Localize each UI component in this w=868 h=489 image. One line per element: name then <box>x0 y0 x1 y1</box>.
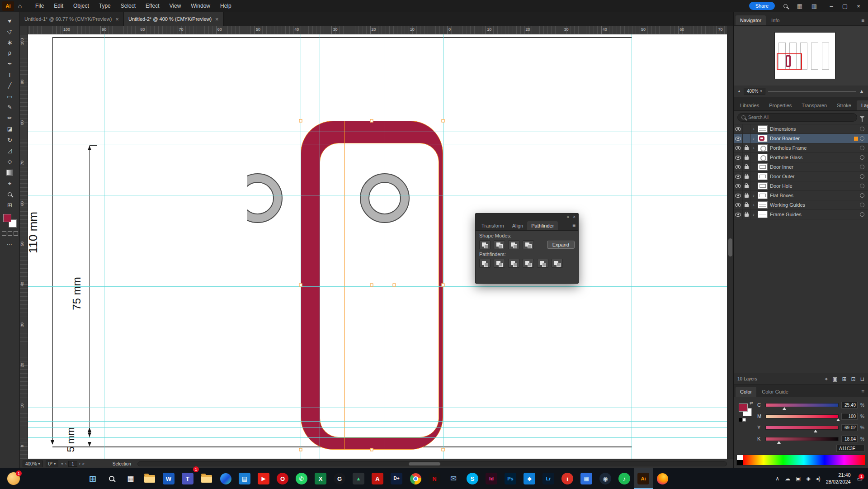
file-explorer-icon[interactable] <box>140 468 159 489</box>
outline-button[interactable] <box>537 259 548 268</box>
new-layer-icon[interactable]: ⊡ <box>851 376 856 382</box>
menu-help[interactable]: Help <box>216 1 236 11</box>
target-circle-icon[interactable] <box>860 193 864 198</box>
panel-menu-icon[interactable]: ≡ <box>861 17 866 25</box>
illustrator-icon[interactable]: Ai <box>634 468 653 489</box>
color-fill-stroke[interactable]: ⇄ <box>737 401 757 424</box>
spotify-icon[interactable]: ♪ <box>615 468 634 489</box>
navigator-zoom-slider[interactable] <box>768 91 857 92</box>
pencil-tool[interactable]: ✏ <box>2 113 18 123</box>
android-icon[interactable]: ▲ <box>349 468 368 489</box>
selection-handle[interactable] <box>299 448 302 451</box>
target-circle-icon[interactable] <box>860 136 864 141</box>
layer-name[interactable]: Door Outer <box>770 174 860 179</box>
divide-button[interactable] <box>479 259 491 268</box>
unite-button[interactable] <box>479 240 491 249</box>
fill-swatch[interactable] <box>739 404 748 412</box>
guide-horizontal[interactable] <box>28 437 727 438</box>
crop-button[interactable] <box>523 259 534 268</box>
vscode-icon[interactable]: ◆ <box>520 468 539 489</box>
indesign-icon[interactable]: Id <box>482 468 501 489</box>
expand-arrow-icon[interactable]: › <box>750 136 757 141</box>
search-icon[interactable] <box>781 3 789 9</box>
next-artboard-button[interactable]: › <box>79 461 80 466</box>
lock-toggle[interactable] <box>743 200 750 209</box>
paintbrush-tool[interactable]: ✎ <box>2 102 18 113</box>
lightroom-icon[interactable]: Lr <box>539 468 558 489</box>
tab-libraries[interactable]: Libraries <box>736 100 764 110</box>
visibility-toggle[interactable] <box>734 134 743 143</box>
channel-value-m[interactable]: 100 <box>841 413 858 420</box>
panel-menu-icon[interactable]: ≡ <box>572 222 576 228</box>
layer-name[interactable]: Working Guides <box>770 202 860 208</box>
target-circle-icon[interactable] <box>860 155 864 160</box>
layer-row-flat-boxes[interactable]: ›Flat Boxes <box>734 191 868 200</box>
opera-icon[interactable]: O <box>273 468 292 489</box>
target-circle-icon[interactable] <box>860 146 864 150</box>
visibility-toggle[interactable] <box>734 124 743 133</box>
gradient-tool[interactable] <box>2 167 18 178</box>
pen-tool[interactable]: ✒ <box>2 58 18 69</box>
tab-stroke[interactable]: Stroke <box>832 100 856 110</box>
navigator-zoom-field[interactable]: 400%▾ <box>744 88 765 95</box>
selection-tool[interactable]: ► <box>2 15 18 26</box>
menu-view[interactable]: View <box>165 1 185 11</box>
selection-handle[interactable] <box>393 284 396 287</box>
selection-handle[interactable] <box>299 284 302 287</box>
channel-value-k[interactable]: 18.04 <box>841 436 858 442</box>
visibility-toggle[interactable] <box>734 191 743 200</box>
vertical-scroll-thumb[interactable] <box>728 238 732 256</box>
gradient-mode-button[interactable] <box>8 231 12 236</box>
panel-menu-icon[interactable]: ≡ <box>861 389 866 397</box>
none-mode-button[interactable] <box>14 231 18 236</box>
rotation-field[interactable]: 0°▾ <box>46 461 59 467</box>
ruler-vertical[interactable]: 1009080706050403020100 <box>20 34 28 459</box>
target-circle-icon[interactable] <box>860 203 864 207</box>
guide-vertical[interactable] <box>320 34 320 459</box>
canvas[interactable]: 110 mm 75 mm 5 mm « × TransformAlignPath… <box>28 34 727 459</box>
arrange-documents-icon[interactable]: ▦ <box>796 3 804 9</box>
default-colors-icon[interactable] <box>739 418 746 422</box>
collapse-panel-icon[interactable]: « <box>567 214 570 219</box>
tab-properties[interactable]: Properties <box>764 100 796 110</box>
selection-handle[interactable] <box>370 284 373 287</box>
scale-tool[interactable]: ◿ <box>2 145 18 156</box>
expand-arrow-icon[interactable]: › <box>750 146 757 151</box>
selection-handle[interactable] <box>370 448 373 451</box>
firefox-icon[interactable] <box>653 468 672 489</box>
layer-name[interactable]: Door Boarder <box>770 136 854 141</box>
close-button[interactable]: × <box>852 0 865 12</box>
tab-transparen[interactable]: Transparen <box>797 100 831 110</box>
pathfinder-tab-transform[interactable]: Transform <box>477 221 508 230</box>
tab-layers[interactable]: Layers <box>857 100 868 110</box>
slider-thumb-icon[interactable] <box>814 430 817 432</box>
lock-toggle[interactable] <box>743 153 750 162</box>
guide-horizontal[interactable] <box>28 195 727 195</box>
layer-row-dimensions[interactable]: ›Dimensions <box>734 124 868 134</box>
menu-file[interactable]: File <box>31 1 48 11</box>
share-button[interactable]: Share <box>749 2 775 10</box>
artboard-tool[interactable]: ⊞ <box>2 199 18 210</box>
menu-effect[interactable]: Effect <box>142 1 163 11</box>
task-view-button[interactable]: ▦ <box>121 468 140 489</box>
selection-handle[interactable] <box>370 119 373 123</box>
slider-thumb-icon[interactable] <box>836 418 840 421</box>
slider-thumb-icon[interactable] <box>783 407 786 410</box>
menu-select[interactable]: Select <box>117 1 140 11</box>
guide-horizontal[interactable] <box>28 408 727 408</box>
guide-horizontal[interactable] <box>28 421 727 422</box>
github-icon[interactable]: G <box>330 468 349 489</box>
swap-fill-stroke-icon[interactable]: ⇄ <box>750 401 753 405</box>
eraser-tool[interactable]: ◪ <box>2 123 18 134</box>
visibility-toggle[interactable] <box>734 162 743 171</box>
merge-button[interactable] <box>508 259 519 268</box>
horizontal-scrollbar[interactable] <box>137 461 727 466</box>
channel-value-y[interactable]: 69.02 <box>841 424 858 431</box>
first-artboard-button[interactable]: « <box>61 461 63 466</box>
layer-name[interactable]: Frame Guides <box>770 212 860 217</box>
teams-icon[interactable]: T1 <box>178 468 197 489</box>
acrobat-icon[interactable]: A <box>368 468 387 489</box>
spectrum-gradient[interactable] <box>743 455 865 465</box>
intersect-button[interactable] <box>508 240 519 249</box>
whatsapp-icon[interactable]: ✆ <box>292 468 311 489</box>
